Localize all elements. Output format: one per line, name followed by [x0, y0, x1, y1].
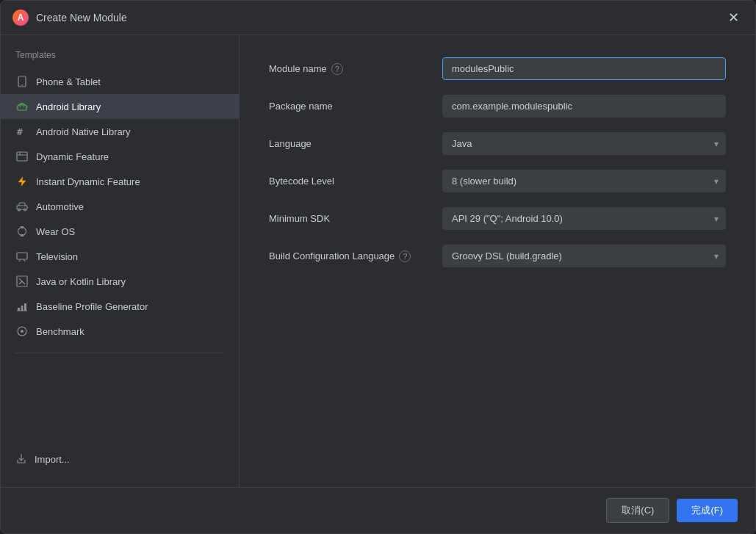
form-row-min-sdk: Minimum SDK API 29 ("Q"; Android 10.0) A… [269, 207, 726, 230]
sidebar-label-wear-os: Wear OS [36, 226, 75, 237]
sidebar-item-dynamic-feature[interactable]: Dynamic Feature [1, 144, 239, 169]
sidebar: Templates Phone & Tablet [1, 35, 240, 487]
bytecode-label: Bytecode Level [269, 176, 431, 187]
sidebar-item-benchmark[interactable]: Benchmark [1, 319, 239, 344]
instant-icon [15, 175, 29, 188]
form-row-module-name: Module name ? [269, 57, 726, 80]
language-select[interactable]: Java Kotlin [442, 132, 726, 155]
svg-marker-11 [18, 177, 26, 186]
svg-rect-18 [17, 253, 27, 259]
sidebar-section-label: Templates [1, 50, 239, 69]
build-config-select-wrapper: Groovy DSL (build.gradle) Kotlin DSL (bu… [442, 245, 726, 267]
tv-icon [15, 250, 29, 263]
min-sdk-label: Minimum SDK [269, 213, 431, 224]
import-icon [15, 452, 27, 466]
language-select-wrapper: Java Kotlin [442, 132, 726, 155]
sidebar-item-phone-tablet[interactable]: Phone & Tablet [1, 69, 239, 94]
sidebar-item-baseline[interactable]: Baseline Profile Generator [1, 294, 239, 319]
auto-icon [15, 200, 29, 213]
build-config-select[interactable]: Groovy DSL (build.gradle) Kotlin DSL (bu… [442, 245, 726, 267]
sidebar-item-android-library[interactable]: Android Library [1, 94, 239, 119]
dialog-title: Create New Module [36, 12, 127, 24]
baseline-icon [15, 300, 29, 313]
module-name-label: Module name ? [269, 63, 431, 75]
main-content: Module name ? Package name Language [240, 35, 755, 487]
benchmark-icon [15, 325, 29, 338]
svg-rect-22 [18, 308, 20, 311]
sidebar-item-android-native[interactable]: # Android Native Library [1, 119, 239, 144]
android-library-icon [15, 100, 29, 113]
dialog-footer: 取消(C) 完成(F) [1, 487, 755, 533]
dialog: A Create New Module ✕ Templates Phone & … [0, 0, 756, 534]
form-row-bytecode: Bytecode Level 8 (slower build) 11 17 [269, 170, 726, 192]
svg-point-27 [21, 330, 24, 333]
svg-point-5 [20, 106, 21, 107]
svg-rect-8 [17, 152, 27, 161]
sidebar-label-dynamic-feature: Dynamic Feature [36, 151, 109, 162]
import-label: Import... [35, 454, 70, 465]
svg-text:#: # [17, 126, 23, 137]
bytecode-select[interactable]: 8 (slower build) 11 17 [442, 170, 726, 192]
svg-point-6 [24, 106, 25, 107]
sidebar-divider [15, 353, 224, 353]
app-icon: A [12, 10, 29, 26]
native-icon: # [15, 125, 29, 138]
finish-button[interactable]: 完成(F) [677, 499, 738, 522]
sidebar-label-television: Television [36, 251, 78, 262]
sidebar-item-wear-os[interactable]: Wear OS [1, 219, 239, 244]
phone-icon [15, 75, 29, 88]
svg-rect-2 [18, 105, 26, 110]
min-sdk-select[interactable]: API 29 ("Q"; Android 10.0) API 21 API 24… [442, 207, 726, 230]
language-label: Language [269, 138, 431, 149]
cancel-button[interactable]: 取消(C) [606, 498, 669, 523]
title-bar: A Create New Module ✕ [1, 1, 755, 35]
sidebar-label-instant-dynamic: Instant Dynamic Feature [36, 176, 140, 187]
sidebar-label-benchmark: Benchmark [36, 326, 84, 337]
sidebar-item-instant-dynamic[interactable]: Instant Dynamic Feature [1, 169, 239, 194]
sidebar-item-java-kotlin[interactable]: Java or Kotlin Library [1, 269, 239, 294]
build-config-help-icon[interactable]: ? [399, 250, 411, 262]
svg-point-15 [18, 228, 26, 236]
kotlin-icon [15, 275, 29, 288]
module-name-input[interactable] [442, 57, 726, 80]
package-name-input[interactable] [442, 95, 726, 118]
svg-rect-23 [21, 306, 24, 311]
sidebar-item-television[interactable]: Television [1, 244, 239, 269]
build-config-label: Build Configuration Language ? [269, 250, 431, 262]
package-name-label: Package name [269, 101, 431, 112]
sidebar-label-automotive: Automotive [36, 201, 84, 212]
sidebar-label-baseline: Baseline Profile Generator [36, 301, 148, 312]
svg-rect-24 [24, 303, 26, 311]
wear-icon [15, 225, 29, 238]
form-row-language: Language Java Kotlin [269, 132, 726, 155]
sidebar-import[interactable]: Import... [1, 447, 239, 472]
title-bar-left: A Create New Module [12, 10, 127, 26]
close-button[interactable]: ✕ [724, 8, 744, 27]
bytecode-select-wrapper: 8 (slower build) 11 17 [442, 170, 726, 192]
sidebar-label-android-native: Android Native Library [36, 126, 131, 137]
form-row-package-name: Package name [269, 95, 726, 118]
sidebar-label-java-kotlin: Java or Kotlin Library [36, 276, 126, 287]
module-name-help-icon[interactable]: ? [331, 63, 343, 75]
sidebar-label-phone-tablet: Phone & Tablet [36, 76, 101, 87]
min-sdk-select-wrapper: API 29 ("Q"; Android 10.0) API 21 API 24… [442, 207, 726, 230]
dynamic-icon [15, 150, 29, 163]
sidebar-item-automotive[interactable]: Automotive [1, 194, 239, 219]
form-row-build-config: Build Configuration Language ? Groovy DS… [269, 245, 726, 267]
dialog-body: Templates Phone & Tablet [1, 35, 755, 487]
sidebar-label-android-library: Android Library [36, 101, 101, 112]
